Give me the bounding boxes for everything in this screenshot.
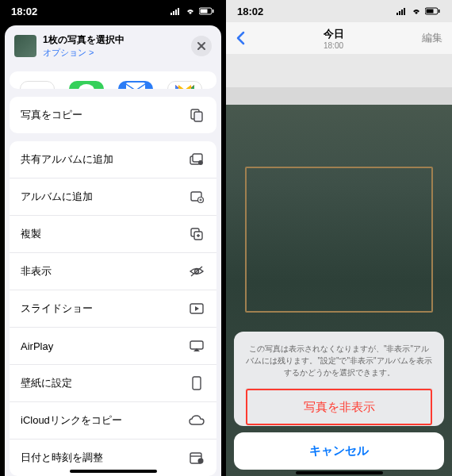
status-time: 18:02: [237, 6, 263, 17]
svg-rect-23: [193, 377, 201, 390]
nav-date: 今日: [324, 27, 344, 41]
svg-rect-33: [439, 10, 440, 13]
svg-point-26: [198, 459, 204, 464]
action-slideshow[interactable]: スライドショー: [10, 290, 216, 328]
status-bar: 18:02: [0, 0, 226, 22]
action-hide[interactable]: 非表示: [10, 253, 216, 290]
share-sheet: 1枚の写真を選択中 オプション > AirDrop メッセージ: [5, 25, 221, 476]
share-header: 1枚の写真を選択中 オプション >: [5, 25, 221, 65]
wifi-icon: [185, 7, 196, 15]
action-label: 壁紙に設定: [21, 376, 72, 390]
action-add-shared-album[interactable]: 共有アルバムに追加: [10, 141, 216, 178]
action-duplicate[interactable]: 複製: [10, 216, 216, 253]
action-copy-photo[interactable]: 写真をコピー: [10, 97, 216, 133]
action-add-album[interactable]: アルバムに追加: [10, 178, 216, 216]
svg-rect-3: [178, 8, 179, 15]
edit-button[interactable]: 編集: [422, 31, 442, 45]
action-label: スライドショー: [21, 301, 93, 316]
copy-icon: [188, 106, 205, 124]
chevron-left-icon: [236, 31, 245, 45]
slideshow-icon: [188, 300, 205, 317]
airdrop-icon: [20, 81, 55, 89]
svg-rect-29: [401, 10, 403, 15]
status-indicators: [170, 7, 215, 15]
svg-point-14: [198, 160, 203, 165]
messages-icon: [69, 81, 104, 89]
close-icon: [197, 42, 205, 50]
cellular-icon: [396, 7, 408, 15]
action-label: 日付と時刻を調整: [21, 451, 103, 465]
gmail-icon: [167, 81, 202, 89]
svg-rect-6: [213, 10, 214, 13]
action-sheet: この写真は表示されなくなりますが、"非表示"アルバムには残ります。"設定"で"非…: [234, 332, 444, 470]
airplay-icon: [188, 337, 205, 355]
photo-thumbnail[interactable]: [14, 35, 36, 57]
action-group-1: 写真をコピー: [10, 97, 216, 133]
action-label: AirPlay: [21, 340, 53, 352]
action-label: iCloudリンクをコピー: [21, 413, 122, 428]
status-time: 18:02: [11, 6, 37, 17]
cellular-icon: [170, 7, 182, 15]
nav-time: 18:00: [324, 41, 344, 50]
battery-icon: [425, 7, 441, 15]
action-airplay[interactable]: AirPlay: [10, 328, 216, 365]
svg-rect-22: [190, 341, 203, 349]
cancel-button[interactable]: キャンセル: [234, 432, 444, 470]
svg-rect-11: [194, 112, 202, 121]
wallpaper-icon: [188, 374, 205, 392]
hide-photo-button[interactable]: 写真を非表示: [245, 388, 433, 426]
share-apps-row[interactable]: AirDrop メッセージ メール Gmail: [10, 71, 216, 89]
home-indicator[interactable]: [296, 471, 383, 474]
svg-rect-30: [404, 8, 405, 15]
svg-rect-1: [173, 11, 174, 15]
svg-rect-32: [427, 10, 434, 13]
svg-rect-27: [396, 13, 398, 15]
phone-hide-confirm: 18:02 今日 18:00 編集 この写真は表示されなくなりますが、"非表示"…: [226, 0, 452, 476]
svg-rect-2: [175, 10, 177, 15]
back-button[interactable]: [236, 31, 245, 45]
action-label: 非表示: [21, 264, 52, 278]
action-label: 複製: [21, 227, 41, 241]
nav-title: 今日 18:00: [324, 27, 344, 50]
svg-rect-0: [170, 13, 172, 15]
phone-share-sheet: 18:02 1枚の写真を選択中 オプション > AirDrop: [0, 0, 226, 476]
action-wallpaper[interactable]: 壁紙に設定: [10, 365, 216, 402]
alert-message: この写真は表示されなくなりますが、"非表示"アルバムには残ります。"設定"で"非…: [245, 343, 433, 388]
shared-album-icon: [188, 151, 205, 168]
alert-box: この写真は表示されなくなりますが、"非表示"アルバムには残ります。"設定"で"非…: [234, 332, 444, 426]
home-indicator[interactable]: [70, 470, 157, 473]
action-label: 共有アルバムに追加: [21, 152, 113, 167]
share-options-link[interactable]: オプション >: [43, 47, 185, 59]
share-title: 1枚の写真を選択中: [43, 33, 185, 47]
album-add-icon: [188, 188, 205, 205]
hide-icon: [188, 263, 205, 280]
icloud-link-icon: [188, 412, 205, 429]
battery-icon: [199, 7, 215, 15]
wifi-icon: [411, 7, 422, 15]
svg-rect-28: [399, 11, 400, 15]
action-group-2: 共有アルバムに追加 アルバムに追加 複製 非表示 スライドショー AirPlay: [10, 141, 216, 476]
share-title-block: 1枚の写真を選択中 オプション >: [43, 33, 185, 59]
close-button[interactable]: [191, 36, 212, 56]
action-label: アルバムに追加: [21, 190, 93, 204]
svg-rect-5: [201, 10, 208, 13]
svg-point-8: [79, 84, 94, 89]
status-bar: 18:02: [226, 0, 452, 22]
mail-icon: [118, 81, 153, 89]
calendar-icon: [188, 449, 205, 466]
action-icloud-link[interactable]: iCloudリンクをコピー: [10, 402, 216, 440]
status-indicators: [396, 7, 441, 15]
duplicate-icon: [188, 225, 205, 243]
nav-bar: 今日 18:00 編集: [226, 22, 452, 54]
action-label: 写真をコピー: [21, 108, 82, 122]
